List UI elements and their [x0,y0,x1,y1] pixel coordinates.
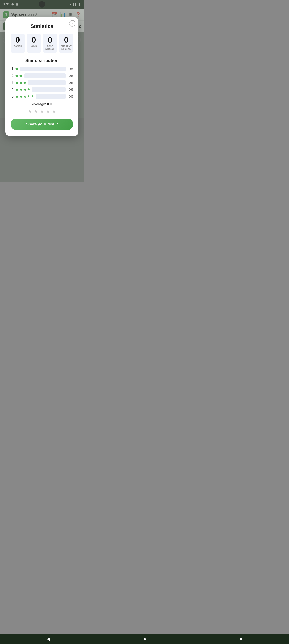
avg-star-2: ★ [33,108,38,114]
dist-row-5-stars: ★ ★ ★ ★ ★ [15,94,34,99]
dist-pct-2: 0% [67,74,73,78]
distribution-title: Star distribution [10,58,73,63]
avg-star-4: ★ [46,108,50,114]
star-icon: ★ [15,66,19,71]
star-icon: ★ [19,94,22,99]
star-icon: ★ [23,80,26,85]
star-icon: ★ [27,94,30,99]
statistics-modal: × Statistics 0 GAMES 0 WINS [5,17,78,136]
average-row: Average: 0.0 [10,102,73,106]
stat-current-streak-label: CURRENT STREAK [60,45,72,50]
stat-best-streak-label: BEST STREAK [44,45,56,50]
dist-bar-bg-3 [28,80,66,85]
dist-bar-bg-5 [36,94,66,99]
dist-pct-4: 0% [67,88,73,91]
star-icon: ★ [15,80,19,85]
dist-row-1: 1 ★ 0% [10,66,73,71]
dist-row-4-num: 4 [10,88,13,92]
star-icon: ★ [19,80,22,85]
dist-row-3-stars: ★ ★ ★ [15,80,26,85]
star-icon: ★ [19,87,22,92]
star-icon: ★ [27,87,30,92]
dist-bar-bg-1 [20,66,66,71]
star-icon: ★ [15,87,19,92]
modal-overlay: × Statistics 0 GAMES 0 WINS [0,0,84,182]
stat-wins-number: 0 [28,36,40,44]
avg-star-3: ★ [39,108,44,114]
star-icon: ★ [23,87,26,92]
avg-star-1: ★ [27,108,32,114]
dist-pct-1: 0% [67,67,73,70]
star-icon: ★ [19,74,22,78]
stats-row: 0 GAMES 0 WINS 0 B [10,34,73,53]
star-icon: ★ [23,94,26,99]
stat-games-label: GAMES [12,45,24,48]
dist-row-3-num: 3 [10,81,13,84]
modal-close-button[interactable]: × [69,20,75,27]
dist-row-3: 3 ★ ★ ★ 0% [10,80,73,85]
stat-best-streak-number: 0 [44,36,56,44]
stat-card-wins: 0 WINS [27,34,41,53]
dist-bar-bg-4 [32,87,66,92]
dist-row-4: 4 ★ ★ ★ ★ 0% [10,87,73,92]
stat-card-games: 0 GAMES [10,34,25,53]
distribution-list: 1 ★ 0% 2 ★ ★ 0% [10,66,73,99]
avg-star-5: ★ [52,108,56,114]
dist-row-5-num: 5 [10,94,13,98]
star-icon: ★ [15,94,19,99]
stat-card-current-streak: 0 CURRENT STREAK [59,34,73,53]
dist-bar-bg-2 [24,74,66,78]
star-icon: ★ [15,74,19,78]
dist-pct-3: 0% [67,81,73,84]
dist-row-2-num: 2 [10,74,13,78]
dist-row-1-num: 1 [10,67,13,71]
stat-card-best-streak: 0 BEST STREAK [43,34,57,53]
star-icon: ★ [31,94,34,99]
dist-row-4-stars: ★ ★ ★ ★ [15,87,30,92]
stat-current-streak-number: 0 [60,36,72,44]
stat-wins-label: WINS [28,45,40,48]
average-value: 0.0 [47,102,52,106]
modal-title: Statistics [10,23,73,29]
dist-pct-5: 0% [67,95,73,98]
avg-stars-row: ★ ★ ★ ★ ★ [10,108,73,114]
dist-row-2-stars: ★ ★ [15,74,22,78]
dist-row-5: 5 ★ ★ ★ ★ ★ 0% [10,94,73,99]
dist-row-2: 2 ★ ★ 0% [10,74,73,78]
share-result-button[interactable]: Share your result [10,118,73,130]
dist-row-1-stars: ★ [15,66,19,71]
stat-games-number: 0 [12,36,24,44]
